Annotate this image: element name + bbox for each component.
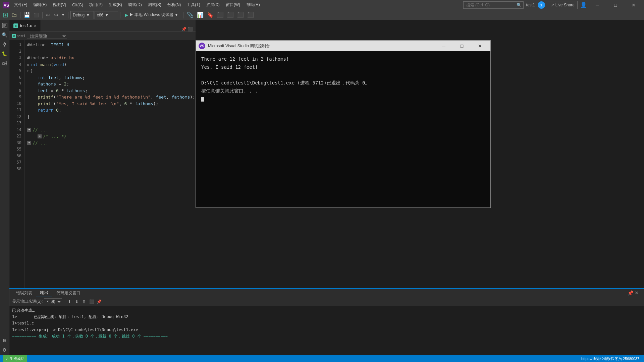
live-share-button[interactable]: ↗ Live Share bbox=[548, 1, 578, 9]
panel-close-icon[interactable]: ✕ bbox=[635, 290, 639, 296]
status-right: https://通知和错误程序员 25680037 bbox=[579, 355, 641, 362]
code-content[interactable]: #define _TEST1_H #include <stdio.h> ⊟int… bbox=[24, 40, 196, 288]
code-line-3: #include <stdio.h> bbox=[27, 55, 193, 61]
menu-extensions[interactable]: 扩展(X) bbox=[204, 1, 222, 8]
menu-tools[interactable]: 工具(T) bbox=[184, 1, 203, 8]
menu-file[interactable]: 文件(F) bbox=[11, 1, 30, 8]
bookmark-button[interactable]: 🔖 bbox=[206, 11, 215, 19]
activity-remote[interactable]: 🖥 bbox=[1, 337, 9, 345]
output-source-dropdown[interactable]: 生成 bbox=[44, 298, 62, 305]
editor-tab-test1c[interactable]: C test1.c ✕ bbox=[9, 20, 41, 32]
menu-debug[interactable]: 调试(D) bbox=[125, 1, 145, 8]
output-line-1: 已启动生成… bbox=[12, 307, 641, 314]
bookmark-btn4[interactable]: ⬛ bbox=[236, 11, 245, 19]
activity-settings[interactable]: ⚙ bbox=[1, 346, 9, 354]
menu-help[interactable]: 帮助(H) bbox=[244, 1, 263, 8]
panel-pin-icon[interactable]: 📌 bbox=[628, 290, 633, 296]
main-layout: 🔍 🐛 🖥 ⚙ C test1.c ✕ bbox=[0, 20, 644, 355]
maximize-button[interactable]: □ bbox=[608, 0, 623, 10]
menu-test[interactable]: 测试(S) bbox=[145, 1, 164, 8]
svg-point-9 bbox=[4, 43, 6, 45]
debug-output-line-4: D:\C\C code\test1\Debug\test1.exe (进程 57… bbox=[201, 79, 485, 87]
tab-errors[interactable]: 错误列表 bbox=[12, 289, 36, 297]
search-input[interactable] bbox=[463, 1, 524, 9]
toolbar-separator bbox=[20, 12, 20, 18]
debug-cursor-line bbox=[201, 95, 485, 103]
user-avatar[interactable]: 1 bbox=[538, 1, 545, 9]
menu-window[interactable]: 窗口(W) bbox=[223, 1, 243, 8]
open-button[interactable] bbox=[10, 11, 18, 19]
code-line-1: #define _TEST1_H bbox=[27, 42, 193, 48]
debug-restore-button[interactable]: □ bbox=[454, 41, 470, 51]
menu-edit[interactable]: 编辑(E) bbox=[31, 1, 49, 8]
output-wrap-button[interactable]: ⬛ bbox=[88, 298, 95, 305]
debug-config-dropdown[interactable]: Debug ▼ bbox=[70, 11, 94, 19]
profile-icon[interactable]: 👤 bbox=[580, 2, 587, 8]
code-line-56 bbox=[27, 153, 193, 160]
output-line-3: 1>test1.c bbox=[12, 320, 641, 326]
output-line-2: 1>------ 已启动生成: 项目: test1, 配置: Debug Win… bbox=[12, 314, 641, 320]
vs-logo-icon: VS bbox=[3, 2, 9, 8]
scope-dropdown[interactable]: (全局范围) bbox=[27, 33, 67, 39]
activity-search[interactable]: 🔍 bbox=[1, 31, 9, 39]
tab-output[interactable]: 输出 bbox=[36, 289, 52, 297]
code-line-58 bbox=[27, 166, 193, 173]
bookmark-btn3[interactable]: ⬛ bbox=[226, 11, 235, 19]
toolbar: 💾 ⬛ ↩ ↪ ▼ Debug ▼ x86 ▼ ▶ ▶ 本地 Windows 调… bbox=[0, 10, 644, 20]
notifications-status[interactable]: https://通知和错误程序员 25680037 bbox=[579, 355, 641, 362]
code-line-8: feet = 6 * fathoms; bbox=[27, 87, 193, 94]
collapse-icon-22[interactable]: + bbox=[38, 134, 42, 138]
svg-rect-12 bbox=[3, 63, 4, 65]
menu-view[interactable]: 视图(V) bbox=[50, 1, 69, 8]
menu-build[interactable]: 生成(B) bbox=[106, 1, 125, 8]
more-undo-button[interactable]: ▼ bbox=[60, 11, 66, 19]
debug-output-line-2: Yes, I said 12 feet! bbox=[201, 63, 485, 71]
menu-analyze[interactable]: 分析(N) bbox=[165, 1, 184, 8]
activity-extensions[interactable] bbox=[1, 59, 9, 67]
share-icon: ↗ bbox=[551, 3, 554, 7]
pin-icon[interactable]: 📌 bbox=[181, 27, 186, 32]
expand-icon[interactable]: ⬛ bbox=[188, 27, 193, 32]
status-bar: ✓ 生成成功 https://通知和错误程序员 25680037 bbox=[0, 355, 644, 362]
close-button[interactable]: ✕ bbox=[626, 0, 641, 10]
debug-output-line-1: There are 12 feet in 2 fathoms! bbox=[201, 55, 485, 63]
menu-git[interactable]: Git(G) bbox=[69, 2, 86, 8]
debug-close-button[interactable]: ✕ bbox=[472, 41, 488, 51]
collapse-icon-30[interactable]: + bbox=[27, 141, 31, 145]
minimize-button[interactable]: ─ bbox=[590, 0, 605, 10]
output-scroll-up-button[interactable]: ⬆ bbox=[66, 298, 73, 305]
debug-console-content: There are 12 feet in 2 fathoms! Yes, I s… bbox=[196, 51, 490, 207]
platform-dropdown[interactable]: x86 ▼ bbox=[95, 11, 118, 19]
debug-minimize-button[interactable]: ─ bbox=[436, 41, 451, 51]
new-project-button[interactable] bbox=[1, 11, 9, 19]
code-line-10: printf("Yes, I said %d feet!\n", 6 * fat… bbox=[27, 101, 193, 107]
tab-code-definition[interactable]: 代码定义窗口 bbox=[52, 289, 85, 297]
output-content: 已启动生成… 1>------ 已启动生成: 项目: test1, 配置: De… bbox=[9, 306, 644, 355]
tab-close-button[interactable]: ✕ bbox=[34, 24, 37, 28]
attach-button[interactable]: 📎 bbox=[185, 11, 195, 19]
undo-button[interactable]: ↩ bbox=[45, 11, 52, 19]
c-file-icon: C bbox=[13, 23, 18, 28]
toolbar-separator-3 bbox=[68, 12, 68, 18]
output-scroll-down-button[interactable]: ⬇ bbox=[73, 298, 80, 305]
profiler-button[interactable]: 📊 bbox=[196, 11, 205, 19]
redo-button[interactable]: ↪ bbox=[52, 11, 59, 19]
save-button[interactable]: 💾 bbox=[22, 11, 32, 19]
run-debugger-button[interactable]: ▶ ▶ 本地 Windows 调试器 ▼ bbox=[122, 11, 181, 19]
menu-project[interactable]: 项目(P) bbox=[87, 1, 105, 8]
bookmark-btn5[interactable]: ⬛ bbox=[246, 11, 255, 19]
bookmark-btn2[interactable]: ⬛ bbox=[216, 11, 225, 19]
svg-rect-14 bbox=[5, 63, 7, 65]
activity-git[interactable] bbox=[1, 40, 9, 48]
collapse-icon-14[interactable]: + bbox=[27, 128, 31, 132]
activity-debug[interactable]: 🐛 bbox=[1, 50, 9, 58]
save-all-button[interactable]: ⬛ bbox=[33, 11, 40, 19]
output-pin-button[interactable]: 📌 bbox=[96, 298, 102, 305]
activity-explorer[interactable] bbox=[1, 21, 9, 29]
code-line-6: int feet, fathoms; bbox=[27, 74, 193, 81]
code-line-55 bbox=[27, 146, 193, 153]
output-clear-button[interactable]: 🗑 bbox=[81, 298, 88, 305]
code-line-9: printf("There are %d feet in %d fathoms!… bbox=[27, 94, 193, 101]
code-line-57 bbox=[27, 159, 193, 166]
build-success-indicator[interactable]: ✓ 生成成功 bbox=[3, 355, 27, 362]
